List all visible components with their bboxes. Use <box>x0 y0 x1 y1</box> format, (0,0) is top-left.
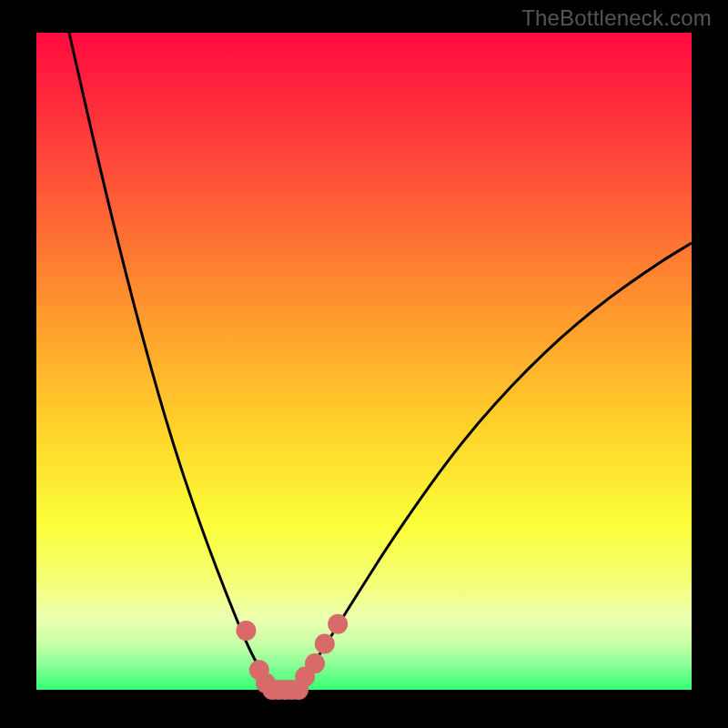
curve-marker <box>315 633 335 653</box>
watermark-text: TheBottleneck.com <box>521 5 712 31</box>
plot-background <box>36 33 692 690</box>
bottleneck-chart <box>0 0 728 728</box>
curve-marker <box>328 614 348 634</box>
curve-marker <box>236 621 256 641</box>
chart-container: TheBottleneck.com <box>0 0 728 728</box>
curve-marker <box>305 653 325 673</box>
